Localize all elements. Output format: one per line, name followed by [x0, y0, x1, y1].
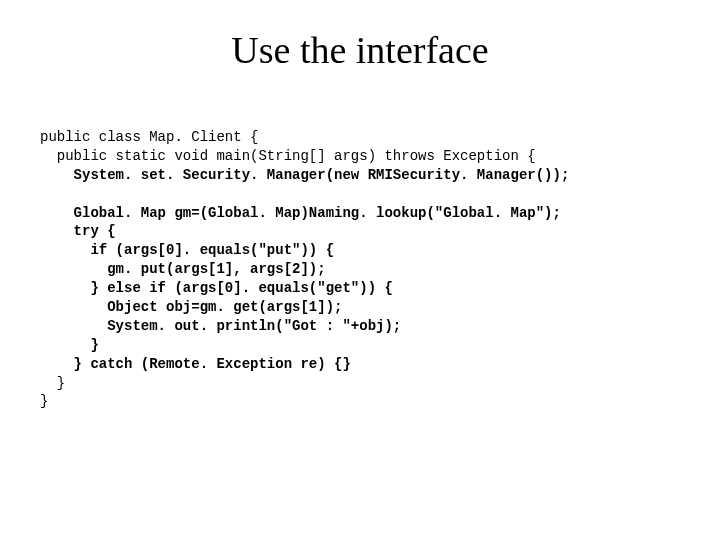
- code-line: } else if (args[0]. equals("get")) {: [40, 280, 393, 296]
- code-line: }: [40, 375, 65, 391]
- code-line: } catch (Remote. Exception re) {}: [40, 356, 351, 372]
- code-line: public class Map. Client {: [40, 129, 258, 145]
- code-line: System. out. println("Got : "+obj);: [40, 318, 401, 334]
- slide-title: Use the interface: [40, 28, 680, 72]
- code-line: Global. Map gm=(Global. Map)Naming. look…: [40, 205, 561, 221]
- code-line: gm. put(args[1], args[2]);: [40, 261, 326, 277]
- code-line: public static void main(String[] args) t…: [40, 148, 536, 164]
- code-line: }: [40, 337, 99, 353]
- code-line: try {: [40, 223, 116, 239]
- slide: Use the interface public class Map. Clie…: [0, 0, 720, 540]
- code-line: }: [40, 393, 48, 409]
- code-line: Object obj=gm. get(args[1]);: [40, 299, 342, 315]
- code-line: if (args[0]. equals("put")) {: [40, 242, 334, 258]
- code-line: System. set. Security. Manager(new RMISe…: [40, 167, 569, 183]
- code-block: public class Map. Client { public static…: [40, 128, 680, 411]
